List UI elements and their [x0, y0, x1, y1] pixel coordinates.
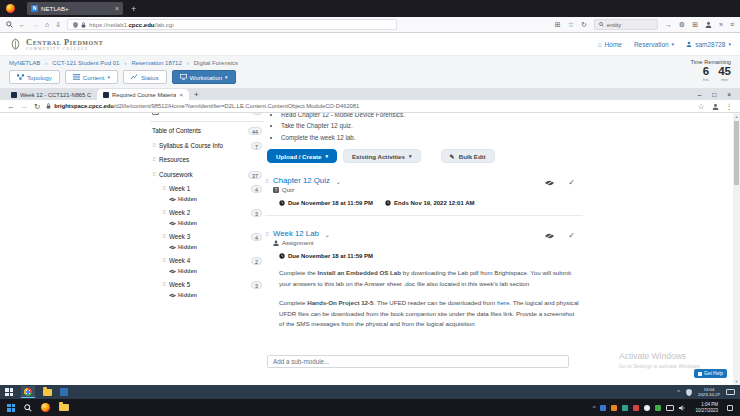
- tray-app-icon[interactable]: [655, 405, 661, 411]
- file-explorer-icon[interactable]: [43, 389, 52, 396]
- security-shield-icon[interactable]: [686, 389, 692, 396]
- menu-icon[interactable]: ≡: [730, 21, 734, 28]
- network-display-icon[interactable]: [666, 405, 674, 411]
- close-icon[interactable]: ×: [727, 91, 731, 98]
- overflow-chevrons-icon[interactable]: »: [719, 21, 723, 28]
- workstation-button[interactable]: Workstation ▾: [172, 70, 236, 84]
- breadcrumb-item[interactable]: Reservation 18712: [131, 60, 181, 66]
- host-url-bar[interactable]: https://netlab1.cpcc.edu/lab.cgi: [67, 19, 397, 30]
- completion-check-icon[interactable]: ✓: [568, 178, 575, 187]
- apps-grid-icon[interactable]: ⊞: [555, 21, 561, 29]
- sidebar-item-coursework[interactable]: ⠿ Coursework 37: [150, 165, 264, 180]
- vm-start-icon[interactable]: [5, 388, 13, 396]
- taskbar-search-icon[interactable]: [24, 404, 32, 412]
- minimize-icon[interactable]: –: [698, 91, 702, 98]
- tray-chevron-icon[interactable]: ^: [677, 389, 680, 395]
- drag-handle-icon[interactable]: ⠿: [152, 142, 156, 149]
- reload-icon[interactable]: ↻: [34, 102, 40, 111]
- vm-taskbar-chrome[interactable]: [21, 386, 35, 398]
- vm-tab-course-materials[interactable]: Required Course Materials - CCT... ×: [97, 89, 189, 100]
- sidebar-item-resources[interactable]: ⠿ Resources: [150, 150, 264, 165]
- vm-url-bar[interactable]: brightspace.cpcc.edu/d2l/le/content/9851…: [46, 102, 691, 111]
- bookmark-star-icon[interactable]: ☆: [698, 102, 705, 111]
- nav-home-link[interactable]: ⌂ Home: [598, 41, 622, 48]
- page-scrollbar[interactable]: ▲ ▼: [733, 113, 740, 385]
- quiz-title-link[interactable]: Chapter 12 Quiz: [273, 176, 330, 185]
- home-icon[interactable]: ⌂: [45, 21, 49, 28]
- drag-handle-icon[interactable]: ⠿: [162, 209, 166, 216]
- scrollbar-thumb[interactable]: [734, 121, 739, 185]
- topology-button[interactable]: Topology: [9, 70, 60, 84]
- vm-tab-week12[interactable]: Week 12 - CCT121-N865 Class...: [5, 89, 97, 100]
- drag-handle-icon[interactable]: ⠿: [162, 185, 166, 192]
- display-icon[interactable]: [726, 389, 735, 395]
- host-browser-tab[interactable]: N NETLAB+ ×: [27, 2, 123, 15]
- central-piedmont-logo[interactable]: Central Piedmont COMMUNITY COLLEGE: [9, 37, 103, 51]
- drag-handle-icon[interactable]: ⠿: [162, 281, 166, 288]
- account-icon[interactable]: [705, 21, 712, 28]
- eye-off-icon[interactable]: [545, 180, 554, 186]
- breadcrumb-item[interactable]: MyNETLAB: [9, 60, 40, 66]
- get-help-button[interactable]: Get Help: [694, 369, 727, 378]
- sidebar-item-week4[interactable]: ⠿ Week 4 Hidden 2: [150, 251, 264, 275]
- chevron-down-icon[interactable]: ⌄: [325, 231, 330, 238]
- tray-chevron-icon[interactable]: ^: [593, 405, 596, 411]
- chevron-down-icon[interactable]: ⌄: [336, 178, 341, 185]
- extensions-grid-icon[interactable]: ⊞: [692, 21, 698, 29]
- nav-user-menu[interactable]: sam28728 ▾: [686, 41, 731, 48]
- file-explorer-icon[interactable]: [59, 404, 69, 411]
- upload-create-button[interactable]: Upload / Create ▾: [267, 149, 337, 163]
- bookmark-star-icon[interactable]: ☆: [568, 21, 574, 29]
- scroll-up-icon[interactable]: ▲: [734, 114, 739, 119]
- sidebar-arrow-icon[interactable]: →: [665, 21, 672, 28]
- notification-center-icon[interactable]: [727, 405, 733, 411]
- nav-reservation-menu[interactable]: Reservation ▾: [634, 41, 674, 48]
- sidebar-item-week3[interactable]: ⠿ Week 3 Hidden 4: [150, 227, 264, 251]
- sidebar-item-toc[interactable]: Table of Contents 44: [150, 122, 264, 136]
- content-button[interactable]: Content ▾: [65, 70, 118, 84]
- new-tab-button[interactable]: +: [194, 90, 199, 100]
- menu-dots-icon[interactable]: ⋮: [726, 102, 734, 111]
- tray-app-icon[interactable]: [622, 405, 628, 411]
- page-search-icon[interactable]: [6, 21, 13, 28]
- sidebar-item-syllabus[interactable]: ⠿ Syllabus & Course Info 7: [150, 136, 264, 151]
- scroll-down-icon[interactable]: ▼: [734, 379, 739, 384]
- gear-icon[interactable]: ⚙: [679, 21, 685, 29]
- add-submodule-input[interactable]: [267, 355, 569, 368]
- status-button[interactable]: Status: [123, 70, 167, 84]
- firefox-logo-icon[interactable]: [6, 4, 15, 13]
- drag-handle-icon[interactable]: ⠿: [265, 178, 269, 185]
- drag-handle-icon[interactable]: ⠿: [152, 156, 156, 163]
- lab-title-link[interactable]: Week 12 Lab: [273, 229, 319, 238]
- vm-clock[interactable]: 13:04 2023-10-27: [698, 387, 720, 398]
- forward-icon[interactable]: →: [21, 102, 29, 111]
- existing-activities-button[interactable]: Existing Activities ▾: [343, 149, 421, 163]
- windows-start-icon[interactable]: [7, 404, 15, 412]
- completion-check-icon[interactable]: ✓: [568, 231, 575, 240]
- eye-off-icon[interactable]: [545, 233, 554, 239]
- close-tab-icon[interactable]: ×: [115, 5, 119, 12]
- speaker-icon[interactable]: [679, 405, 686, 411]
- profile-icon[interactable]: [712, 103, 719, 110]
- firefox-icon[interactable]: [41, 403, 50, 412]
- sidebar-item-week2[interactable]: ⠿ Week 2 Hidden 3: [150, 203, 264, 227]
- breadcrumb-item[interactable]: CCT-121 Student Pod 01: [52, 60, 119, 66]
- tray-app-icon[interactable]: [611, 405, 617, 411]
- close-tab-icon[interactable]: ×: [179, 92, 183, 98]
- new-tab-button[interactable]: +: [131, 4, 136, 14]
- onedrive-cloud-icon[interactable]: [644, 405, 650, 411]
- drag-handle-icon[interactable]: ⠿: [162, 257, 166, 264]
- drag-handle-icon[interactable]: ⠿: [265, 231, 269, 238]
- maximize-icon[interactable]: □: [712, 91, 716, 98]
- drag-handle-icon[interactable]: ⠿: [162, 233, 166, 240]
- vm-app-icon[interactable]: [60, 388, 68, 396]
- back-icon[interactable]: ←: [7, 102, 15, 111]
- sidebar-item-week1[interactable]: ⠿ Week 1 Hidden 4: [150, 179, 264, 203]
- downloads-icon[interactable]: ⇩: [55, 21, 61, 29]
- tray-app-icon[interactable]: [633, 405, 639, 411]
- sidebar-item-week5[interactable]: ⠿ Week 5 Hidden 3: [150, 275, 264, 299]
- drag-handle-icon[interactable]: ⠿: [152, 171, 156, 178]
- bulk-edit-button[interactable]: ✎ Bulk Edit: [441, 149, 495, 163]
- reload-icon[interactable]: ↻: [581, 21, 587, 29]
- quick-search-box[interactable]: entity: [594, 19, 658, 30]
